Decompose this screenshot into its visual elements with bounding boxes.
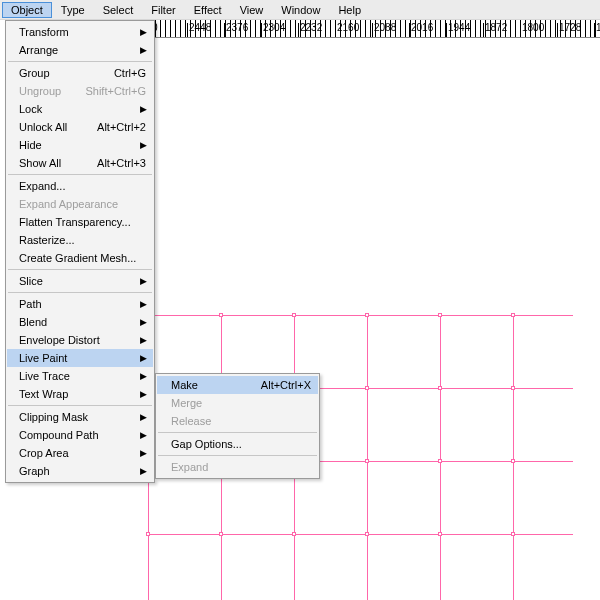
- menubar-item-object[interactable]: Object: [2, 2, 52, 18]
- menu-separator: [8, 61, 152, 62]
- object-menu-item-hide[interactable]: Hide▶: [7, 136, 153, 154]
- menu-item-label: Transform: [19, 26, 135, 38]
- ruler-labels: 0244823762304223221602088201619441872180…: [150, 20, 600, 37]
- menubar-item-window[interactable]: Window: [272, 2, 329, 18]
- object-menu-item-show-all[interactable]: Show AllAlt+Ctrl+3: [7, 154, 153, 172]
- grid-anchor[interactable]: [365, 532, 369, 536]
- canvas-area[interactable]: [150, 38, 600, 600]
- menu-separator: [158, 455, 317, 456]
- menubar-item-effect[interactable]: Effect: [185, 2, 231, 18]
- ruler-label: 2448: [189, 22, 211, 33]
- grid-anchor[interactable]: [511, 386, 515, 390]
- object-menu-item-transform[interactable]: Transform▶: [7, 23, 153, 41]
- object-menu-item-lock[interactable]: Lock▶: [7, 100, 153, 118]
- menu-item-label: Gap Options...: [171, 438, 311, 450]
- live-paint-item-gap-options[interactable]: Gap Options...: [157, 435, 318, 453]
- object-menu-item-expand-appearance: Expand Appearance: [7, 195, 153, 213]
- ruler-label: 1872: [485, 22, 507, 33]
- submenu-arrow-icon: ▶: [140, 335, 146, 345]
- grid-anchor[interactable]: [438, 386, 442, 390]
- grid-anchor[interactable]: [511, 313, 515, 317]
- object-menu-item-crop-area[interactable]: Crop Area▶: [7, 444, 153, 462]
- object-menu-item-rasterize[interactable]: Rasterize...: [7, 231, 153, 249]
- submenu-arrow-icon: ▶: [140, 448, 146, 458]
- object-menu-item-flatten-transparency[interactable]: Flatten Transparency...: [7, 213, 153, 231]
- menubar-item-filter[interactable]: Filter: [142, 2, 184, 18]
- object-menu-item-arrange[interactable]: Arrange▶: [7, 41, 153, 59]
- ruler-horizontal: 0244823762304223221602088201619441872180…: [150, 20, 600, 38]
- grid-anchor[interactable]: [219, 532, 223, 536]
- menubar-item-type[interactable]: Type: [52, 2, 94, 18]
- menubar-item-view[interactable]: View: [231, 2, 273, 18]
- grid-anchor[interactable]: [438, 459, 442, 463]
- object-menu-item-graph[interactable]: Graph▶: [7, 462, 153, 480]
- grid-anchor[interactable]: [146, 532, 150, 536]
- object-menu-item-path[interactable]: Path▶: [7, 295, 153, 313]
- menu-item-label: Release: [171, 415, 311, 427]
- object-menu-item-ungroup: UngroupShift+Ctrl+G: [7, 82, 153, 100]
- menu-item-label: Make: [171, 379, 261, 391]
- submenu-arrow-icon: ▶: [140, 27, 146, 37]
- object-menu-item-group[interactable]: GroupCtrl+G: [7, 64, 153, 82]
- menu-item-label: Slice: [19, 275, 135, 287]
- ruler-label: 2376: [226, 22, 248, 33]
- menu-item-label: Blend: [19, 316, 135, 328]
- grid-line: [148, 315, 573, 316]
- menu-item-label: Lock: [19, 103, 135, 115]
- grid-anchor[interactable]: [292, 532, 296, 536]
- grid-anchor[interactable]: [365, 459, 369, 463]
- live-paint-item-make[interactable]: MakeAlt+Ctrl+X: [157, 376, 318, 394]
- menu-separator: [8, 292, 152, 293]
- object-menu-item-slice[interactable]: Slice▶: [7, 272, 153, 290]
- object-menu-item-blend[interactable]: Blend▶: [7, 313, 153, 331]
- grid-line: [367, 315, 368, 600]
- object-menu-item-envelope-distort[interactable]: Envelope Distort▶: [7, 331, 153, 349]
- submenu-arrow-icon: ▶: [140, 317, 146, 327]
- menu-item-shortcut: Shift+Ctrl+G: [85, 85, 146, 97]
- ruler-label: 2232: [300, 22, 322, 33]
- object-menu-item-expand[interactable]: Expand...: [7, 177, 153, 195]
- grid-anchor[interactable]: [219, 313, 223, 317]
- object-menu-item-compound-path[interactable]: Compound Path▶: [7, 426, 153, 444]
- grid-anchor[interactable]: [438, 532, 442, 536]
- menu-item-label: Group: [19, 67, 110, 79]
- menu-item-label: Rasterize...: [19, 234, 146, 246]
- object-menu-item-live-trace[interactable]: Live Trace▶: [7, 367, 153, 385]
- menu-item-label: Clipping Mask: [19, 411, 135, 423]
- menu-item-label: Expand...: [19, 180, 146, 192]
- live-paint-item-release: Release: [157, 412, 318, 430]
- submenu-arrow-icon: ▶: [140, 412, 146, 422]
- object-menu-item-create-gradient-mesh[interactable]: Create Gradient Mesh...: [7, 249, 153, 267]
- ruler-label: 2160: [337, 22, 359, 33]
- menu-item-label: Envelope Distort: [19, 334, 135, 346]
- object-menu-item-clipping-mask[interactable]: Clipping Mask▶: [7, 408, 153, 426]
- object-menu-item-unlock-all[interactable]: Unlock AllAlt+Ctrl+2: [7, 118, 153, 136]
- menu-separator: [158, 432, 317, 433]
- object-menu-dropdown: Transform▶Arrange▶GroupCtrl+GUngroupShif…: [5, 20, 155, 483]
- menubar-item-select[interactable]: Select: [94, 2, 143, 18]
- grid-anchor[interactable]: [292, 313, 296, 317]
- menu-item-label: Live Trace: [19, 370, 135, 382]
- grid-anchor[interactable]: [365, 313, 369, 317]
- object-menu-item-text-wrap[interactable]: Text Wrap▶: [7, 385, 153, 403]
- grid-anchor[interactable]: [365, 386, 369, 390]
- menu-item-label: Path: [19, 298, 135, 310]
- grid-anchor[interactable]: [511, 459, 515, 463]
- grid-line: [440, 315, 441, 600]
- ruler-label: 1944: [448, 22, 470, 33]
- object-menu-item-live-paint[interactable]: Live Paint▶: [7, 349, 153, 367]
- menu-item-label: Ungroup: [19, 85, 81, 97]
- menu-item-label: Expand: [171, 461, 311, 473]
- menu-item-label: Hide: [19, 139, 135, 151]
- menubar-item-help[interactable]: Help: [329, 2, 370, 18]
- ruler-label: 1728: [559, 22, 581, 33]
- ruler-label: 1800: [522, 22, 544, 33]
- menubar: ObjectTypeSelectFilterEffectViewWindowHe…: [0, 0, 600, 20]
- ruler-label: 2304: [263, 22, 285, 33]
- menu-item-shortcut: Alt+Ctrl+3: [97, 157, 146, 169]
- grid-anchor[interactable]: [511, 532, 515, 536]
- grid-anchor[interactable]: [438, 313, 442, 317]
- menu-item-shortcut: Alt+Ctrl+X: [261, 379, 311, 391]
- submenu-arrow-icon: ▶: [140, 430, 146, 440]
- submenu-arrow-icon: ▶: [140, 276, 146, 286]
